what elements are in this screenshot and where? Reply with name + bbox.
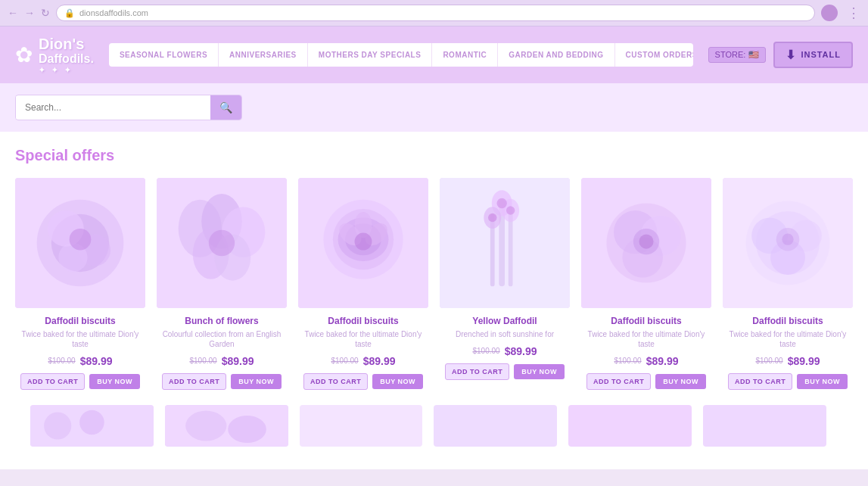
price-original-1: $100.00 [48,357,76,365]
reload-button[interactable]: ↻ [41,7,50,19]
product-card: Daffodil biscuits Twice baked for the ul… [298,178,428,390]
browser-chrome: ← → ↻ 🔒 dionsdaffodils.com ⋮ [0,0,868,26]
forward-button[interactable]: → [24,7,35,19]
search-input-wrap: 🔍 [15,95,242,120]
logo-area: ✿ Dion's Daffodils. ✦ ✦ ✦ [15,26,94,83]
product-name-2: Bunch of flowers [185,316,258,326]
btn-row-1: ADD TO CART BUY NOW [15,373,145,390]
price-row-1: $100.00 $89.99 [48,355,113,367]
browser-menu-button[interactable]: ⋮ [847,5,860,21]
btn-row-4: ADD TO CART BUY NOW [440,363,570,380]
btn-row-6: ADD TO CART BUY NOW [723,373,853,390]
logo-line2: Daffodils. [39,52,94,66]
svg-point-47 [782,233,793,245]
flag-icon: 🇺🇸 [748,50,759,60]
logo-stars: ✦ ✦ ✦ [39,66,94,74]
nav-seasonal-flowers[interactable]: SEASONAL FLOWERS [109,43,219,67]
address-bar[interactable]: 🔒 dionsdaffodils.com [56,5,815,21]
buy-now-button-1[interactable]: BUY NOW [89,374,140,389]
svg-point-50 [79,410,104,435]
product-image-2 [157,178,287,308]
add-to-cart-button-4[interactable]: ADD TO CART [445,363,509,380]
price-original-2: $100.00 [190,357,217,365]
product-name-6: Daffodil biscuits [752,316,823,326]
search-bar-area: 🔍 [0,83,868,132]
lock-icon: 🔒 [64,8,75,18]
svg-point-32 [506,206,515,214]
svg-point-39 [639,234,653,248]
logo-text: Dion's Daffodils. ✦ ✦ ✦ [39,36,94,74]
buy-now-button-3[interactable]: BUY NOW [372,374,423,389]
add-to-cart-button-2[interactable]: ADD TO CART [162,373,226,390]
add-to-cart-button-5[interactable]: ADD TO CART [586,373,651,390]
install-label: INSTALL [801,50,841,59]
install-button[interactable]: ⬇ INSTALL [773,42,853,68]
url-text: dionsdaffodils.com [79,8,148,17]
svg-point-49 [44,412,71,439]
price-row-2: $100.00 $89.99 [190,355,254,367]
price-original-6: $100.00 [756,357,783,365]
svg-point-30 [496,198,506,207]
bottom-preview-item [434,405,557,447]
product-card: Yellow Daffodil Drenched in soft sunshin… [440,178,570,390]
nav-garden-bedding[interactable]: GARDEN AND BEDDING [498,43,614,67]
search-button[interactable]: 🔍 [210,95,241,120]
nav-anniversaries[interactable]: ANNIVERSARIES [219,43,308,67]
price-sale-1: $89.99 [80,355,113,367]
section-title: Special offers [15,147,853,164]
bottom-preview-item [30,405,154,447]
product-card: Bunch of flowers Colourful collection fr… [157,178,287,390]
back-button[interactable]: ← [8,7,18,19]
store-button[interactable]: STORE: 🇺🇸 [708,47,767,63]
btn-row-2: ADD TO CART BUY NOW [157,373,287,390]
bottom-preview-item [703,405,826,447]
product-name-5: Daffodil biscuits [611,316,681,326]
add-to-cart-button-1[interactable]: ADD TO CART [20,373,85,390]
store-label: STORE: [715,50,746,59]
logo-line1: Dion's [39,36,94,52]
main-nav: SEASONAL FLOWERS ANNIVERSARIES MOTHERS D… [109,43,693,67]
product-desc-6: Twice baked for the ultimate Dion'y tast… [723,329,853,349]
product-card: Daffodil biscuits Twice baked for the ul… [723,178,853,390]
bottom-preview-item [568,405,692,447]
svg-point-6 [70,228,92,250]
product-image-1 [15,178,145,308]
svg-point-22 [355,232,372,250]
nav-mothers-day[interactable]: MOTHERS DAY SPECIALS [308,43,433,67]
product-image-3 [298,178,428,308]
nav-custom-orders[interactable]: CUSTOM ORDERS [615,43,693,67]
buy-now-button-5[interactable]: BUY NOW [655,374,706,389]
svg-point-53 [228,416,266,443]
search-input[interactable] [16,96,210,119]
product-card: Daffodil biscuits Twice baked for the ul… [15,178,145,390]
product-card: Daffodil biscuits Twice baked for the ul… [581,178,711,390]
btn-row-3: ADD TO CART BUY NOW [298,373,428,390]
product-desc-1: Twice baked for the ultimate Dion'y tast… [15,329,145,349]
add-to-cart-button-3[interactable]: ADD TO CART [303,373,368,390]
price-row-5: $100.00 $89.99 [614,355,679,367]
product-desc-3: Twice baked for the ultimate Dion'y tast… [298,329,428,349]
price-row-4: $100.00 $89.99 [473,345,537,357]
price-sale-2: $89.99 [222,355,254,367]
bottom-preview-item [300,405,423,447]
price-row-3: $100.00 $89.99 [331,355,396,367]
buy-now-button-4[interactable]: BUY NOW [514,364,565,379]
product-name-4: Yellow Daffodil [472,316,537,326]
price-sale-6: $89.99 [788,355,820,367]
svg-point-31 [488,213,496,221]
product-name-3: Daffodil biscuits [328,316,398,326]
price-sale-3: $89.99 [363,355,396,367]
site-header: ✿ Dion's Daffodils. ✦ ✦ ✦ SEASONAL FLOWE… [0,26,868,83]
buy-now-button-6[interactable]: BUY NOW [797,374,848,389]
product-image-5 [581,178,711,308]
price-sale-4: $89.99 [505,345,537,357]
price-sale-5: $89.99 [646,355,679,367]
btn-row-5: ADD TO CART BUY NOW [581,373,711,390]
product-desc-5: Twice baked for the ultimate Dion'y tast… [581,329,711,349]
nav-romantic[interactable]: ROMANTIC [432,43,498,67]
profile-button[interactable] [821,5,838,21]
product-desc-4: Drenched in soft sunshine for [456,329,554,339]
buy-now-button-2[interactable]: BUY NOW [231,374,282,389]
add-to-cart-button-6[interactable]: ADD TO CART [728,373,792,390]
products-grid: Daffodil biscuits Twice baked for the ul… [15,178,853,390]
